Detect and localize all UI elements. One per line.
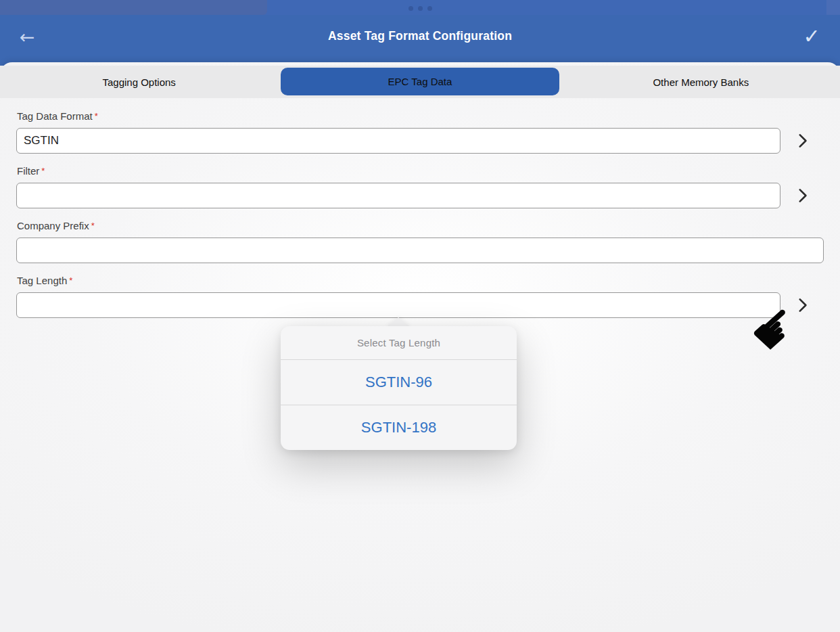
- tag-length-input[interactable]: [16, 292, 780, 318]
- chevron-right-icon: [793, 296, 811, 314]
- tag-data-format-input[interactable]: [16, 128, 780, 154]
- field-company-prefix: Company Prefix*: [16, 220, 824, 263]
- page-title: Asset Tag Format Configuration: [0, 15, 840, 57]
- check-icon: ✓: [803, 24, 820, 48]
- window-region-right: [826, 0, 840, 15]
- option-sgtin-96[interactable]: SGTIN-96: [281, 360, 517, 405]
- field-tag-length: Tag Length*: [16, 275, 824, 318]
- confirm-button[interactable]: ✓: [795, 22, 828, 50]
- tab-tagging-options[interactable]: Tagging Options: [0, 66, 278, 98]
- company-prefix-label: Company Prefix: [17, 220, 89, 231]
- navigation-bar: ← Asset Tag Format Configuration ✓: [0, 15, 840, 68]
- tab-bar: Tagging Options EPC Tag Data Other Memor…: [0, 66, 840, 98]
- field-filter: Filter*: [16, 165, 824, 208]
- filter-label: Filter: [17, 165, 39, 177]
- tag-data-format-label: Tag Data Format: [17, 110, 93, 122]
- window-region-left: [0, 0, 267, 15]
- tag-length-label: Tag Length: [17, 275, 67, 286]
- form-content: Tag Data Format* Filter* Compa: [0, 98, 840, 318]
- option-sgtin-198[interactable]: SGTIN-198: [281, 405, 517, 450]
- tab-epc-tag-data[interactable]: EPC Tag Data: [281, 68, 559, 95]
- window-title-strip: [0, 0, 840, 15]
- popover-title: Select Tag Length: [281, 326, 517, 359]
- tag-length-chevron-button[interactable]: [780, 296, 824, 314]
- filter-input[interactable]: [16, 183, 780, 208]
- filter-chevron-button[interactable]: [780, 187, 824, 204]
- chevron-right-icon: [793, 132, 811, 150]
- tab-other-memory-banks[interactable]: Other Memory Banks: [562, 66, 840, 98]
- window-controls-dots-icon[interactable]: [409, 6, 432, 11]
- field-tag-data-format: Tag Data Format*: [16, 110, 824, 154]
- chevron-right-icon: [793, 187, 811, 204]
- company-prefix-input[interactable]: [16, 238, 824, 263]
- required-asterisk: *: [69, 275, 72, 286]
- required-asterisk: *: [95, 111, 98, 121]
- tag-data-format-chevron-button[interactable]: [780, 132, 824, 150]
- required-asterisk: *: [91, 221, 95, 231]
- required-asterisk: *: [41, 166, 45, 176]
